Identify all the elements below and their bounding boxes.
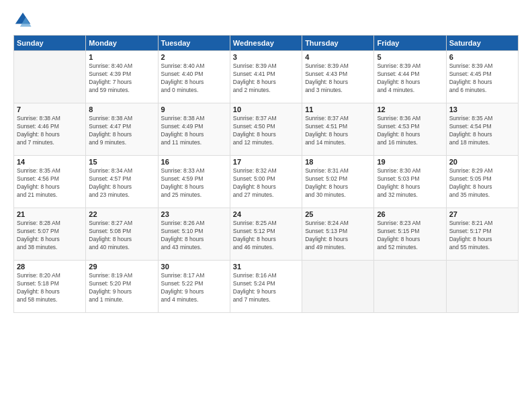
day-info: Sunrise: 8:35 AM Sunset: 4:54 PM Dayligh… (449, 115, 515, 147)
day-info: Sunrise: 8:28 AM Sunset: 5:07 PM Dayligh… (17, 220, 83, 252)
week-row-2: 14Sunrise: 8:35 AM Sunset: 4:56 PM Dayli… (14, 156, 519, 208)
day-number: 25 (305, 210, 371, 218)
day-number: 20 (449, 158, 515, 166)
day-cell: 13Sunrise: 8:35 AM Sunset: 4:54 PM Dayli… (446, 103, 518, 156)
day-cell: 19Sunrise: 8:30 AM Sunset: 5:03 PM Dayli… (374, 156, 446, 208)
day-cell: 14Sunrise: 8:35 AM Sunset: 4:56 PM Dayli… (14, 156, 86, 208)
week-row-1: 7Sunrise: 8:38 AM Sunset: 4:46 PM Daylig… (14, 103, 519, 156)
day-cell (14, 51, 86, 103)
day-number: 8 (89, 105, 154, 113)
day-info: Sunrise: 8:38 AM Sunset: 4:46 PM Dayligh… (17, 115, 83, 147)
day-info: Sunrise: 8:24 AM Sunset: 5:13 PM Dayligh… (305, 220, 371, 252)
day-number: 4 (305, 53, 371, 61)
day-number: 12 (377, 105, 443, 113)
day-number: 27 (449, 210, 515, 218)
day-cell: 3Sunrise: 8:39 AM Sunset: 4:41 PM Daylig… (230, 51, 302, 103)
day-number: 14 (17, 158, 83, 166)
day-info: Sunrise: 8:31 AM Sunset: 5:02 PM Dayligh… (305, 167, 371, 199)
day-info: Sunrise: 8:33 AM Sunset: 4:59 PM Dayligh… (161, 167, 227, 199)
day-cell: 25Sunrise: 8:24 AM Sunset: 5:13 PM Dayli… (302, 208, 374, 261)
header-cell-sunday: Sunday (14, 36, 86, 51)
week-row-3: 21Sunrise: 8:28 AM Sunset: 5:07 PM Dayli… (14, 208, 519, 261)
day-number: 31 (233, 263, 299, 271)
day-info: Sunrise: 8:34 AM Sunset: 4:57 PM Dayligh… (89, 167, 154, 199)
day-number: 15 (89, 158, 154, 166)
day-cell: 26Sunrise: 8:23 AM Sunset: 5:15 PM Dayli… (374, 208, 446, 261)
day-number: 3 (233, 53, 299, 61)
day-cell: 7Sunrise: 8:38 AM Sunset: 4:46 PM Daylig… (14, 103, 86, 156)
header-row: SundayMondayTuesdayWednesdayThursdayFrid… (14, 36, 519, 51)
day-info: Sunrise: 8:40 AM Sunset: 4:40 PM Dayligh… (161, 62, 227, 95)
day-number: 13 (449, 105, 515, 113)
day-cell: 2Sunrise: 8:40 AM Sunset: 4:40 PM Daylig… (158, 51, 230, 103)
day-info: Sunrise: 8:25 AM Sunset: 5:12 PM Dayligh… (233, 220, 299, 252)
day-info: Sunrise: 8:20 AM Sunset: 5:18 PM Dayligh… (17, 272, 83, 304)
day-cell: 16Sunrise: 8:33 AM Sunset: 4:59 PM Dayli… (158, 156, 230, 208)
logo (13, 11, 35, 30)
day-cell: 10Sunrise: 8:37 AM Sunset: 4:50 PM Dayli… (230, 103, 302, 156)
day-number: 30 (161, 263, 227, 271)
day-info: Sunrise: 8:36 AM Sunset: 4:53 PM Dayligh… (377, 115, 443, 147)
header-cell-tuesday: Tuesday (158, 36, 230, 51)
day-cell: 20Sunrise: 8:29 AM Sunset: 5:05 PM Dayli… (446, 156, 518, 208)
day-number: 10 (233, 105, 299, 113)
day-cell: 18Sunrise: 8:31 AM Sunset: 5:02 PM Dayli… (302, 156, 374, 208)
day-cell: 5Sunrise: 8:39 AM Sunset: 4:44 PM Daylig… (374, 51, 446, 103)
day-info: Sunrise: 8:39 AM Sunset: 4:41 PM Dayligh… (233, 62, 299, 95)
day-cell: 8Sunrise: 8:38 AM Sunset: 4:47 PM Daylig… (86, 103, 158, 156)
header (13, 11, 519, 30)
day-info: Sunrise: 8:17 AM Sunset: 5:22 PM Dayligh… (161, 272, 227, 304)
day-info: Sunrise: 8:29 AM Sunset: 5:05 PM Dayligh… (449, 167, 515, 199)
week-row-0: 1Sunrise: 8:40 AM Sunset: 4:39 PM Daylig… (14, 51, 519, 103)
day-cell: 22Sunrise: 8:27 AM Sunset: 5:08 PM Dayli… (86, 208, 158, 261)
day-number: 1 (89, 53, 154, 61)
day-number: 7 (17, 105, 83, 113)
day-number: 11 (305, 105, 371, 113)
day-cell: 11Sunrise: 8:37 AM Sunset: 4:51 PM Dayli… (302, 103, 374, 156)
day-info: Sunrise: 8:30 AM Sunset: 5:03 PM Dayligh… (377, 167, 443, 199)
day-cell: 24Sunrise: 8:25 AM Sunset: 5:12 PM Dayli… (230, 208, 302, 261)
day-cell: 9Sunrise: 8:38 AM Sunset: 4:49 PM Daylig… (158, 103, 230, 156)
header-cell-friday: Friday (374, 36, 446, 51)
day-number: 21 (17, 210, 83, 218)
day-number: 22 (89, 210, 154, 218)
day-info: Sunrise: 8:27 AM Sunset: 5:08 PM Dayligh… (89, 220, 154, 252)
day-info: Sunrise: 8:26 AM Sunset: 5:10 PM Dayligh… (161, 220, 227, 252)
day-number: 26 (377, 210, 443, 218)
day-number: 6 (449, 53, 515, 61)
day-cell: 23Sunrise: 8:26 AM Sunset: 5:10 PM Dayli… (158, 208, 230, 261)
day-info: Sunrise: 8:37 AM Sunset: 4:50 PM Dayligh… (233, 115, 299, 147)
calendar-header: SundayMondayTuesdayWednesdayThursdayFrid… (14, 36, 519, 51)
day-info: Sunrise: 8:40 AM Sunset: 4:39 PM Dayligh… (89, 62, 154, 95)
day-info: Sunrise: 8:19 AM Sunset: 5:20 PM Dayligh… (89, 272, 154, 304)
day-cell (374, 261, 446, 313)
day-number: 17 (233, 158, 299, 166)
day-number: 16 (161, 158, 227, 166)
day-number: 2 (161, 53, 227, 61)
day-cell: 15Sunrise: 8:34 AM Sunset: 4:57 PM Dayli… (86, 156, 158, 208)
day-info: Sunrise: 8:39 AM Sunset: 4:45 PM Dayligh… (449, 62, 515, 95)
day-info: Sunrise: 8:37 AM Sunset: 4:51 PM Dayligh… (305, 115, 371, 147)
day-cell: 4Sunrise: 8:39 AM Sunset: 4:43 PM Daylig… (302, 51, 374, 103)
day-number: 23 (161, 210, 227, 218)
day-info: Sunrise: 8:38 AM Sunset: 4:47 PM Dayligh… (89, 115, 154, 147)
day-info: Sunrise: 8:21 AM Sunset: 5:17 PM Dayligh… (449, 220, 515, 252)
day-info: Sunrise: 8:32 AM Sunset: 5:00 PM Dayligh… (233, 167, 299, 199)
page: SundayMondayTuesdayWednesdayThursdayFrid… (0, 0, 532, 411)
day-number: 28 (17, 263, 83, 271)
day-cell: 21Sunrise: 8:28 AM Sunset: 5:07 PM Dayli… (14, 208, 86, 261)
day-cell: 27Sunrise: 8:21 AM Sunset: 5:17 PM Dayli… (446, 208, 518, 261)
header-cell-wednesday: Wednesday (230, 36, 302, 51)
logo-icon (13, 11, 32, 30)
day-cell (302, 261, 374, 313)
day-number: 5 (377, 53, 443, 61)
calendar-table: SundayMondayTuesdayWednesdayThursdayFrid… (13, 35, 519, 313)
day-cell: 12Sunrise: 8:36 AM Sunset: 4:53 PM Dayli… (374, 103, 446, 156)
day-info: Sunrise: 8:35 AM Sunset: 4:56 PM Dayligh… (17, 167, 83, 199)
day-number: 18 (305, 158, 371, 166)
day-cell: 28Sunrise: 8:20 AM Sunset: 5:18 PM Dayli… (14, 261, 86, 313)
day-number: 9 (161, 105, 227, 113)
day-cell: 31Sunrise: 8:16 AM Sunset: 5:24 PM Dayli… (230, 261, 302, 313)
day-cell: 6Sunrise: 8:39 AM Sunset: 4:45 PM Daylig… (446, 51, 518, 103)
day-info: Sunrise: 8:16 AM Sunset: 5:24 PM Dayligh… (233, 272, 299, 304)
